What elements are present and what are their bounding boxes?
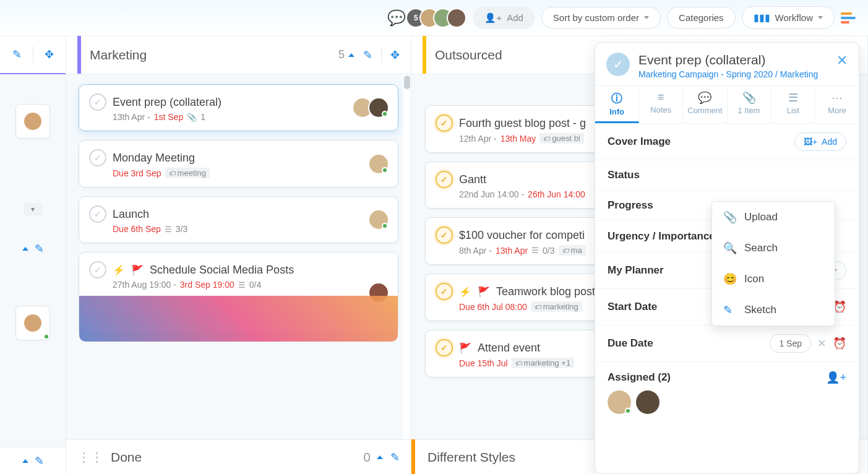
close-icon[interactable]: ✕ xyxy=(836,53,848,79)
column-accent xyxy=(423,36,426,74)
done-section-header[interactable]: ⋮⋮ Done 0 ✎ xyxy=(66,439,411,474)
detail-panel: ✓ Event prep (collateral) Marketing Camp… xyxy=(595,42,859,474)
categories-label: Categories xyxy=(679,12,724,23)
list-icon: ☰ xyxy=(238,280,246,290)
notes-icon: ≡ xyxy=(642,91,680,104)
breadcrumb[interactable]: Marketing Campaign - Spring 2020 / Marke… xyxy=(638,69,828,79)
panel-header: ✓ Event prep (collateral) Marketing Camp… xyxy=(595,43,859,85)
task-card[interactable]: Launch Due 6th Sep ☰3/3 xyxy=(79,196,398,243)
alarm-icon[interactable]: ⏰ xyxy=(833,337,846,350)
check-circle-icon[interactable] xyxy=(436,114,453,132)
tab-comment[interactable]: 💬Comment xyxy=(683,86,727,123)
separator xyxy=(381,47,382,63)
column-title: Marketing xyxy=(90,48,338,62)
settings-icon[interactable] xyxy=(841,9,858,27)
assignee-avatars xyxy=(608,390,846,414)
move-icon[interactable]: ✥ xyxy=(390,48,400,62)
image-icon: 🖼+ xyxy=(804,137,817,147)
check-circle-icon[interactable] xyxy=(89,149,106,166)
avatar[interactable] xyxy=(636,390,660,414)
tab-list[interactable]: ☰List xyxy=(771,86,815,123)
paperclip-icon: 📎 xyxy=(730,91,768,105)
tab-item[interactable]: 📎1 Item xyxy=(728,86,771,123)
avatar-stack[interactable]: 5 xyxy=(412,8,466,28)
grip-icon[interactable]: ⋮⋮ xyxy=(77,450,103,465)
cover-add-dropdown: 📎 Upload 🔍 Search 😊 Icon ✎ Sketch xyxy=(711,201,835,326)
mini-card[interactable] xyxy=(15,104,50,139)
dropdown-upload[interactable]: 📎 Upload xyxy=(712,202,835,233)
check-circle-icon[interactable]: ✓ xyxy=(606,53,630,76)
list-icon: ☰ xyxy=(531,246,539,255)
check-circle-icon[interactable] xyxy=(436,283,453,300)
panel-tabs: ⓘInfo ≡Notes 💬Comment 📎1 Item ☰List ⋯Mor… xyxy=(595,85,859,124)
panel-title: Event prep (collateral) xyxy=(638,53,828,67)
card-title: Attend event xyxy=(478,342,540,355)
list-icon: ☰ xyxy=(774,91,812,105)
chevron-up-icon[interactable] xyxy=(22,247,28,251)
flag-icon: 🚩 xyxy=(459,342,471,354)
avatar[interactable] xyxy=(608,390,631,414)
card-image xyxy=(79,296,398,342)
paperclip-icon: 📎 xyxy=(723,210,737,224)
tag: marketing xyxy=(531,301,582,312)
add-cover-button[interactable]: 🖼+ Add xyxy=(794,132,846,151)
dropdown-icon[interactable]: 😊 Icon xyxy=(712,264,835,295)
clear-icon[interactable]: ✕ xyxy=(817,337,827,350)
check-circle-icon[interactable] xyxy=(89,261,106,278)
pencil-icon[interactable]: ✎ xyxy=(390,450,400,464)
pencil-icon[interactable]: ✎ xyxy=(363,48,372,62)
card-title: Gantt xyxy=(459,173,486,186)
check-circle-icon[interactable] xyxy=(436,171,453,188)
categories-button[interactable]: Categories xyxy=(667,7,736,28)
mini-card[interactable] xyxy=(15,306,50,340)
dropdown-sketch[interactable]: ✎ Sketch xyxy=(712,295,835,325)
tag: guest bl xyxy=(539,133,584,144)
collapse-icon[interactable]: ▾ xyxy=(24,203,42,215)
column-header: Marketing 5 ✎ ✥ xyxy=(66,36,411,74)
tab-info[interactable]: ⓘInfo xyxy=(595,86,639,123)
check-circle-icon[interactable] xyxy=(436,339,453,356)
tab-notes[interactable]: ≡Notes xyxy=(639,86,683,123)
move-icon[interactable]: ✥ xyxy=(45,48,54,61)
check-circle-icon[interactable] xyxy=(89,205,106,223)
card-avatars xyxy=(373,153,389,175)
task-card[interactable]: ⚡ 🚩 Schedule Social Media Posts 27th Aug… xyxy=(79,252,398,334)
add-button[interactable]: 👤+ Add xyxy=(473,7,535,29)
add-assignee-icon[interactable]: 👤+ xyxy=(826,371,846,384)
task-card[interactable]: Monday Meeting Due 3rd Sep meeting xyxy=(79,140,398,187)
emoji-icon: 😊 xyxy=(723,272,737,286)
tab-more[interactable]: ⋯More xyxy=(815,86,859,123)
chevron-down-icon xyxy=(644,16,649,19)
flag-icon: 🚩 xyxy=(131,264,144,276)
mini-tool-row: ✎ xyxy=(22,235,44,262)
card-title: $100 voucher for competi xyxy=(459,229,585,242)
chevron-up-icon[interactable] xyxy=(348,53,355,57)
avatar xyxy=(24,113,41,130)
pencil-icon[interactable]: ✎ xyxy=(35,242,44,256)
pencil-icon[interactable]: ✎ xyxy=(35,454,44,468)
separator xyxy=(33,46,33,62)
check-circle-icon[interactable] xyxy=(89,93,106,111)
mini-column-header: ✎ ✥ xyxy=(0,36,66,74)
dropdown-search[interactable]: 🔍 Search xyxy=(712,233,835,264)
done-title: Done xyxy=(111,450,142,465)
card-subtitle: 27th Aug 19:00 - 3rd Sep 19:00 ☰0/4 xyxy=(113,280,388,290)
avatar xyxy=(24,314,41,332)
check-circle-icon[interactable] xyxy=(436,226,453,244)
prop-status[interactable]: Status xyxy=(595,160,859,191)
chevron-down-icon xyxy=(818,16,823,19)
sort-button[interactable]: Sort by custom order xyxy=(541,7,661,28)
scrollbar[interactable] xyxy=(403,74,411,439)
column-body: Event prep (collateral) 13th Apr - 1st S… xyxy=(66,74,411,439)
task-card[interactable]: Event prep (collateral) 13th Apr - 1st S… xyxy=(79,84,398,131)
prop-assigned: Assigned (2) 👤+ xyxy=(595,362,859,423)
chevron-up-icon[interactable] xyxy=(22,459,28,463)
add-person-icon: 👤+ xyxy=(484,12,502,24)
chevron-up-icon[interactable] xyxy=(377,455,383,459)
prop-label: Cover Image xyxy=(608,136,794,148)
list-icon: ☰ xyxy=(165,225,172,234)
workflow-button[interactable]: ▮▮▮ Workflow xyxy=(742,6,835,29)
due-date-button[interactable]: 1 Sep xyxy=(770,334,811,353)
chat-icon[interactable]: 💬 xyxy=(387,9,406,27)
pencil-icon[interactable]: ✎ xyxy=(12,48,22,61)
